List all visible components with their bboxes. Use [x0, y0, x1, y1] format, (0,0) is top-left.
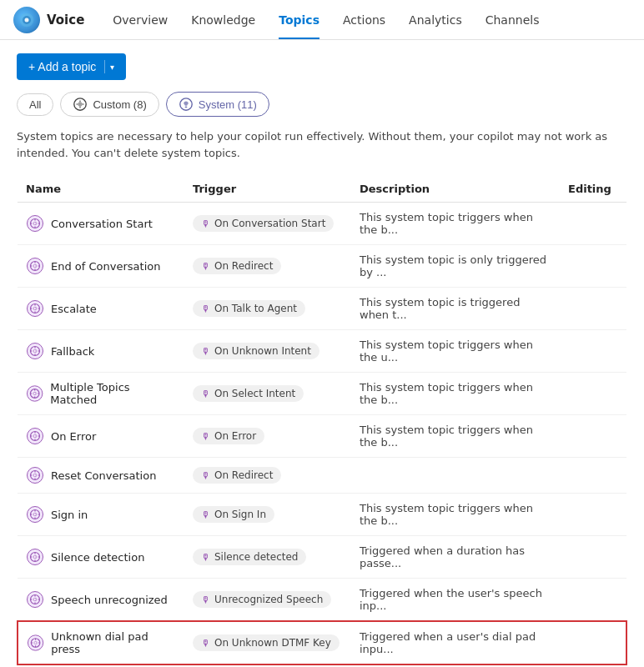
topic-icon-cell: Multiple Topics Matched	[26, 381, 176, 406]
table-row[interactable]: End of Conversation🎙On RedirectThis syst…	[18, 245, 626, 288]
topic-name-cell: Unknown dial pad press	[18, 621, 184, 664]
table-row[interactable]: Silence detection🎙Silence detectedTrigge…	[18, 536, 626, 579]
topic-editing-cell	[560, 579, 626, 622]
topic-name-label: Unknown dial pad press	[51, 630, 176, 655]
topic-name-label: Silence detection	[51, 551, 144, 564]
topic-description: This system topic is only triggered by .…	[360, 253, 546, 278]
topic-name-label: Multiple Topics Matched	[50, 381, 176, 406]
topic-name-cell: Multiple Topics Matched	[18, 373, 184, 415]
topic-description: This system topic triggers when the u...	[360, 339, 533, 364]
table-row[interactable]: Unknown dial pad press🎙On Unknown DTMF K…	[18, 621, 626, 664]
topic-trigger-cell: 🎙Silence detected	[184, 536, 351, 579]
filter-system[interactable]: System (11)	[166, 92, 269, 117]
table-row[interactable]: Sign in🎙On Sign InThis system topic trig…	[18, 494, 626, 536]
trigger-badge: 🎙On Sign In	[193, 506, 274, 523]
trigger-badge: 🎙On Unknown DTMF Key	[193, 634, 340, 651]
table-row[interactable]: On Error🎙On ErrorThis system topic trigg…	[18, 415, 626, 458]
trigger-label: On Error	[214, 430, 256, 442]
topic-name-label: Fallback	[51, 345, 94, 358]
topic-editing-cell	[560, 415, 626, 458]
trigger-label: On Conversation Start	[214, 218, 325, 229]
filter-all[interactable]: All	[17, 93, 53, 116]
topic-description-cell: This system topic triggers when the b...	[351, 203, 560, 245]
topic-icon	[26, 257, 44, 275]
system-icon	[179, 97, 194, 112]
topic-editing-cell	[560, 373, 626, 415]
filter-custom[interactable]: Custom (8)	[60, 92, 158, 117]
col-header-editing: Editing	[560, 176, 626, 203]
trigger-icon: 🎙	[201, 431, 210, 442]
nav-topics[interactable]: Topics	[267, 0, 331, 39]
trigger-icon: 🎙	[201, 261, 210, 272]
trigger-icon: 🎙	[201, 594, 210, 605]
topic-editing-cell	[560, 458, 626, 494]
topic-editing-cell	[560, 621, 626, 664]
nav-overview[interactable]: Overview	[101, 0, 179, 39]
topic-icon	[26, 299, 44, 318]
topic-name-label: On Error	[51, 430, 96, 443]
topic-icon	[27, 634, 44, 652]
topic-name-cell: Speech unrecognized	[18, 579, 184, 622]
app-logo	[13, 7, 40, 33]
topic-icon-cell: Sign in	[26, 505, 176, 524]
topic-icon-cell: Speech unrecognized	[26, 590, 176, 609]
topic-icon-cell: Reset Conversation	[26, 466, 176, 484]
trigger-label: On Select Intent	[214, 388, 295, 399]
table-row[interactable]: Multiple Topics Matched🎙On Select Intent…	[18, 373, 626, 415]
topic-icon-cell: Fallback	[26, 342, 176, 360]
topic-icon	[26, 466, 44, 484]
topic-icon	[26, 214, 44, 233]
topic-name-cell: Sign in	[18, 494, 184, 536]
topic-description-cell: Triggered when the user's speech inp...	[351, 579, 560, 622]
table-row[interactable]: Fallback🎙On Unknown IntentThis system to…	[18, 330, 626, 373]
table-row[interactable]: Escalate🎙On Talk to AgentThis system top…	[18, 288, 626, 330]
topic-name-label: Escalate	[51, 303, 97, 315]
table-row[interactable]: Speech unrecognized🎙Unrecognized SpeechT…	[18, 579, 626, 622]
topic-trigger-cell: 🎙On Talk to Agent	[184, 288, 351, 330]
trigger-badge: 🎙On Select Intent	[193, 385, 304, 402]
topic-editing-cell	[560, 245, 626, 288]
topic-trigger-cell: 🎙On Error	[184, 415, 351, 458]
topic-icon-cell: Conversation Start	[26, 214, 176, 233]
trigger-label: On Redirect	[214, 469, 273, 481]
nav-channels[interactable]: Channels	[474, 0, 551, 39]
topic-description-cell: This system topic triggers when the b...	[351, 415, 560, 458]
table-row[interactable]: Conversation Start🎙On Conversation Start…	[18, 203, 626, 245]
top-navigation: Voice Overview Knowledge Topics Actions …	[0, 0, 644, 40]
trigger-badge: 🎙On Redirect	[193, 258, 281, 274]
trigger-badge: 🎙On Talk to Agent	[193, 300, 305, 317]
trigger-label: On Unknown DTMF Key	[214, 637, 331, 649]
trigger-badge: 🎙On Redirect	[193, 467, 281, 484]
col-header-trigger: Trigger	[184, 176, 351, 203]
topic-name-cell: Silence detection	[18, 536, 184, 579]
trigger-label: On Unknown Intent	[214, 345, 311, 357]
trigger-badge: 🎙On Error	[193, 428, 264, 444]
add-topic-button[interactable]: + Add a topic ▾	[17, 53, 126, 80]
nav-analytics[interactable]: Analytics	[397, 0, 474, 39]
topic-trigger-cell: 🎙On Unknown Intent	[184, 330, 351, 373]
topic-description-cell: Triggered when a user's dial pad inpu...	[351, 621, 560, 664]
trigger-label: Unrecognized Speech	[214, 594, 323, 605]
filter-system-label: System (11)	[199, 98, 257, 111]
topic-description-cell: This system topic triggers when the u...	[351, 330, 560, 373]
filter-tabs: All Custom (8) System (11)	[17, 92, 627, 117]
trigger-icon: 🎙	[201, 638, 210, 649]
topic-icon	[26, 590, 44, 609]
add-topic-chevron: ▾	[110, 63, 114, 72]
topic-description-cell: This system topic triggers when the b...	[351, 494, 560, 536]
trigger-icon: 🎙	[201, 389, 210, 399]
trigger-icon: 🎙	[201, 346, 210, 357]
topic-description: This system topic triggers when the b...	[360, 424, 533, 449]
app-name: Voice	[47, 13, 84, 28]
topic-description: This system topic triggers when the b...	[360, 502, 533, 527]
col-header-name: Name	[18, 176, 184, 203]
topic-trigger-cell: 🎙On Redirect	[184, 245, 351, 288]
topic-icon-cell: Unknown dial pad press	[27, 630, 176, 655]
nav-knowledge[interactable]: Knowledge	[179, 0, 267, 39]
nav-actions[interactable]: Actions	[331, 0, 397, 39]
topic-description: Triggered when a user's dial pad inpu...	[360, 630, 536, 655]
trigger-icon: 🎙	[201, 470, 210, 481]
table-row[interactable]: Reset Conversation🎙On Redirect	[18, 458, 626, 494]
topic-description: Triggered when a duration has passe...	[360, 544, 525, 569]
topic-icon-cell: On Error	[26, 427, 176, 445]
